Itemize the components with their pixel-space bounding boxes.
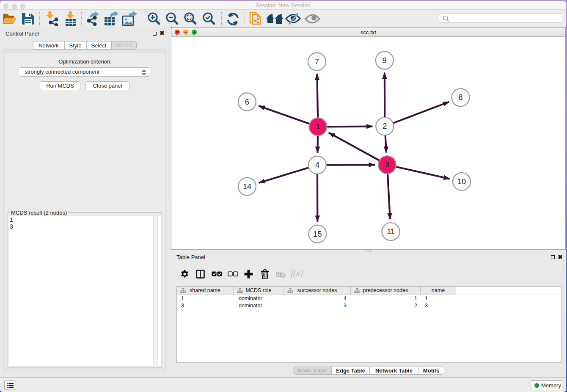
svg-text:7: 7 — [315, 58, 319, 66]
svg-text:4: 4 — [315, 161, 319, 169]
svg-text:10: 10 — [457, 177, 466, 186]
svg-text:9: 9 — [383, 56, 387, 65]
svg-text:2: 2 — [383, 122, 387, 130]
svg-text:3: 3 — [385, 160, 389, 169]
svg-text:8: 8 — [458, 93, 462, 102]
svg-text:1: 1 — [316, 122, 320, 131]
svg-text:15: 15 — [313, 230, 322, 238]
svg-text:6: 6 — [245, 98, 249, 106]
svg-text:14: 14 — [243, 182, 251, 191]
svg-text:11: 11 — [387, 227, 395, 236]
